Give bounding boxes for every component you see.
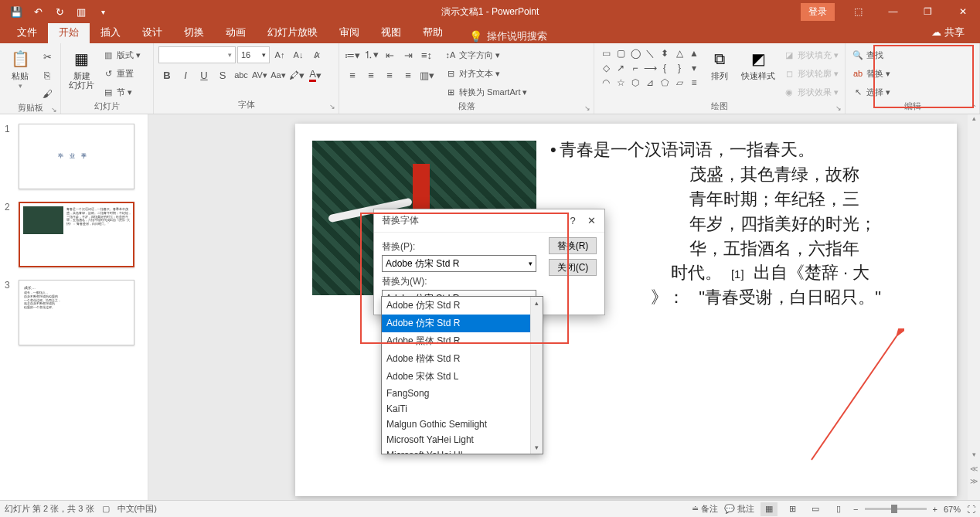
ribbon-display-icon[interactable]: ⬚ <box>841 0 876 23</box>
font-color-button[interactable]: A▾ <box>307 66 324 83</box>
dialog-close-btn[interactable]: 关闭(C) <box>549 259 597 276</box>
reading-view-icon[interactable]: ▭ <box>807 502 824 516</box>
tab-review[interactable]: 审阅 <box>328 22 370 43</box>
undo-icon[interactable]: ↶ <box>28 2 48 22</box>
font-family-combo[interactable]: ▾ <box>158 46 236 63</box>
tab-design[interactable]: 设计 <box>131 22 173 43</box>
login-button[interactable]: 登录 <box>801 3 835 21</box>
tab-insert[interactable]: 插入 <box>90 22 131 43</box>
increase-indent-icon[interactable]: ⇥ <box>400 46 417 63</box>
bold-button[interactable]: B <box>158 66 175 83</box>
spellcheck-icon[interactable]: ▢ <box>102 504 110 514</box>
save-icon[interactable]: 💾 <box>6 2 26 22</box>
paste-button[interactable]: 📋 粘贴 ▾ <box>5 46 36 91</box>
tab-view[interactable]: 视图 <box>370 22 412 43</box>
align-left-icon[interactable]: ≡ <box>344 66 361 83</box>
align-text-button[interactable]: ⊟对齐文本 ▾ <box>443 65 529 82</box>
select-button[interactable]: ↖选择 ▾ <box>850 83 892 100</box>
zoom-slider[interactable] <box>865 508 927 510</box>
dropdown-scrollbar[interactable]: ▴▾ <box>530 297 543 454</box>
italic-button[interactable]: I <box>177 66 194 83</box>
font-option[interactable]: Adobe 楷体 Std R <box>382 350 543 368</box>
slideshow-view-icon[interactable]: ▯ <box>830 502 847 516</box>
shapes-gallery[interactable]: ▭▢◯＼⬍△▲ ◇↗⌐⟶{}▾ ◠☆⬡⊿⬠▱≡ <box>599 46 701 90</box>
shape-effects-button[interactable]: ◉形状效果 ▾ <box>781 83 840 100</box>
font-option[interactable]: Adobe 宋体 Std L <box>382 368 543 386</box>
zoom-level[interactable]: 67% <box>944 505 961 514</box>
find-button[interactable]: 🔍查找 <box>850 46 892 63</box>
font-option[interactable]: Microsoft YaHei Light <box>382 432 543 447</box>
clear-formatting-icon[interactable]: A̷ <box>308 46 325 63</box>
dialog-close-button[interactable]: ✕ <box>583 213 600 230</box>
format-painter-icon[interactable]: 🖌 <box>39 85 56 102</box>
highlight-button[interactable]: 🖍▾ <box>288 66 305 83</box>
strikethrough-button[interactable]: abc <box>233 66 250 83</box>
justify-icon[interactable]: ≡ <box>400 66 417 83</box>
tell-me-search[interactable]: 💡 操作说明搜索 <box>469 29 547 43</box>
decrease-indent-icon[interactable]: ⇤ <box>381 46 398 63</box>
minimize-button[interactable]: — <box>876 0 910 23</box>
dialog-launcher-icon[interactable]: ↘ <box>835 104 842 112</box>
slide-thumb-3[interactable]: 3 成长… 成长，一般指人，自身不断变得成熟稳重的一个变化过程。简而言之，就是自… <box>0 277 148 355</box>
start-from-beginning-icon[interactable]: ▥ <box>71 2 91 22</box>
numbering-button[interactable]: ⒈▾ <box>362 46 379 63</box>
tab-home[interactable]: 开始 <box>48 22 90 43</box>
increase-font-icon[interactable]: A↑ <box>271 46 288 63</box>
dialog-launcher-icon[interactable]: ↘ <box>51 106 57 114</box>
font-option[interactable]: Malgun Gothic Semilight <box>382 417 543 432</box>
char-spacing-button[interactable]: AV▾ <box>251 66 268 83</box>
cut-icon[interactable]: ✂ <box>39 48 56 65</box>
shape-fill-button[interactable]: ◪形状填充 ▾ <box>781 46 840 63</box>
dialog-launcher-icon[interactable]: ↘ <box>584 104 590 112</box>
tab-help[interactable]: 帮助 <box>412 22 454 43</box>
quick-styles-button[interactable]: ◩ 快速样式 <box>738 46 778 82</box>
notes-button[interactable]: ≐ 备注 <box>692 503 718 515</box>
new-slide-button[interactable]: ▦ 新建 幻灯片 <box>66 46 97 91</box>
zoom-out-button[interactable]: − <box>853 505 858 514</box>
share-button[interactable]: ☁ 共享 <box>925 22 971 43</box>
slide-thumb-1[interactable]: 1 毕 业 季 <box>0 121 148 199</box>
close-button[interactable]: ✕ <box>945 0 980 23</box>
replace-font-combo[interactable]: Adobe 仿宋 Std R▾ <box>382 255 536 272</box>
font-option[interactable]: Microsoft YaHei UI <box>382 447 543 454</box>
vertical-scrollbar[interactable]: ▴ ▾ ≪ ≫ <box>968 114 980 500</box>
slide-thumb-2[interactable]: 2 青春是一个汉语词语，一指春天。春季草木茂盛，其色青绿，故称。二指青年时期；年… <box>0 199 148 277</box>
font-option[interactable]: Adobe 黑体 Std R <box>382 332 543 350</box>
bullets-button[interactable]: ≔▾ <box>344 46 361 63</box>
slide-thumbnail-panel[interactable]: 1 毕 业 季 2 青春是一个汉语词语，一指春天。春季草木茂盛，其色青绿，故称。… <box>0 114 148 500</box>
dialog-help-button[interactable]: ? <box>564 213 581 230</box>
tab-file[interactable]: 文件 <box>6 22 48 43</box>
restore-button[interactable]: ❐ <box>910 0 945 23</box>
zoom-in-button[interactable]: + <box>933 505 937 514</box>
font-dropdown-list[interactable]: Adobe 仿宋 Std R Adobe 仿宋 Std R Adobe 黑体 S… <box>381 296 543 454</box>
change-case-button[interactable]: Aa▾ <box>270 66 287 83</box>
arrange-button[interactable]: ⧉ 排列 <box>704 46 735 82</box>
qat-customize-icon[interactable]: ▾ <box>93 2 113 22</box>
tab-transitions[interactable]: 切换 <box>173 22 215 43</box>
shape-outline-button[interactable]: ◻形状轮廓 ▾ <box>781 65 840 82</box>
slide-body-text[interactable]: •青春是一个汉语词语，一指春天。 茂盛，其色青绿，故称 青年时期；年纪轻，三 年… <box>550 138 944 310</box>
underline-button[interactable]: U <box>196 66 213 83</box>
replace-button[interactable]: ab替换 ▾ <box>850 65 892 82</box>
section-button[interactable]: ▤节 ▾ <box>100 83 142 100</box>
language-indicator[interactable]: 中文(中国) <box>117 503 157 515</box>
copy-icon[interactable]: ⎘ <box>39 66 56 83</box>
line-spacing-icon[interactable]: ≡↕ <box>418 46 435 63</box>
dialog-replace-button[interactable]: 替换(R) <box>549 237 597 254</box>
columns-icon[interactable]: ▥▾ <box>418 66 435 83</box>
font-option[interactable]: FangSong <box>382 386 543 401</box>
align-center-icon[interactable]: ≡ <box>362 66 379 83</box>
reset-button[interactable]: ↺重置 <box>100 65 142 82</box>
decrease-font-icon[interactable]: A↓ <box>290 46 307 63</box>
collapse-ribbon-icon[interactable]: ⌃ <box>971 104 977 112</box>
layout-button[interactable]: ▥版式 ▾ <box>100 46 142 63</box>
redo-icon[interactable]: ↻ <box>49 2 70 22</box>
sorter-view-icon[interactable]: ⊞ <box>784 502 801 516</box>
font-option[interactable]: KaiTi <box>382 401 543 417</box>
convert-smartart-button[interactable]: ⊞转换为 SmartArt ▾ <box>443 83 529 100</box>
font-option[interactable]: Adobe 仿宋 Std R <box>382 297 543 315</box>
tab-slideshow[interactable]: 幻灯片放映 <box>257 22 328 43</box>
normal-view-icon[interactable]: ▦ <box>761 502 778 516</box>
align-right-icon[interactable]: ≡ <box>381 66 398 83</box>
shadow-button[interactable]: S <box>214 66 231 83</box>
